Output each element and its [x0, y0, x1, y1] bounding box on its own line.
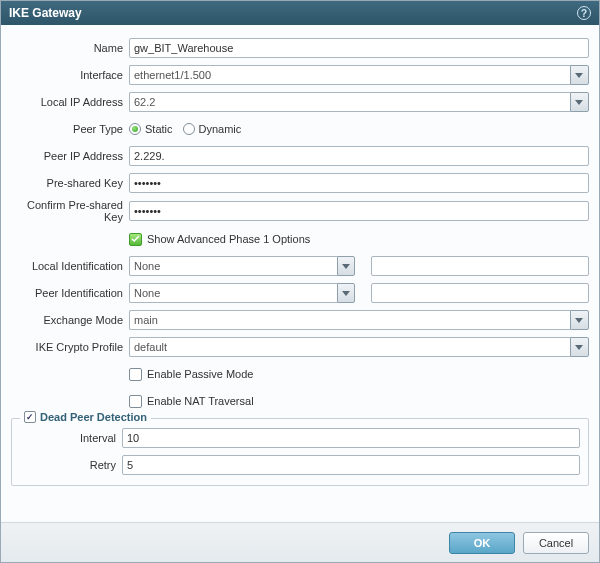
label-local-id: Local Identification: [11, 260, 129, 272]
label-psk: Pre-shared Key: [11, 177, 129, 189]
local-id-value-input[interactable]: [371, 256, 589, 276]
local-ip-dropdown-button[interactable]: [570, 92, 589, 112]
peer-id-dropdown-button[interactable]: [337, 283, 355, 303]
interval-input[interactable]: [122, 428, 580, 448]
local-ip-combo[interactable]: [129, 92, 589, 112]
cancel-button[interactable]: Cancel: [523, 532, 589, 554]
label-exchange-mode: Exchange Mode: [11, 314, 129, 326]
enable-passive-label: Enable Passive Mode: [147, 368, 253, 380]
label-local-ip: Local IP Address: [11, 96, 129, 108]
peer-type-dynamic-label: Dynamic: [199, 123, 242, 135]
exchange-mode-dropdown-button[interactable]: [570, 310, 589, 330]
local-id-combo[interactable]: [129, 256, 355, 276]
retry-input[interactable]: [122, 455, 580, 475]
dpd-enable-checkbox[interactable]: [24, 411, 36, 423]
exchange-mode-input[interactable]: [129, 310, 570, 330]
checkbox-icon: [129, 395, 142, 408]
peer-id-value-input[interactable]: [371, 283, 589, 303]
dialog-content: Name Interface Local IP Address: [1, 25, 599, 522]
peer-id-combo[interactable]: [129, 283, 355, 303]
label-retry: Retry: [20, 459, 122, 471]
peer-type-static-radio[interactable]: Static: [129, 123, 173, 135]
dpd-legend: Dead Peer Detection: [20, 411, 151, 423]
ike-profile-dropdown-button[interactable]: [570, 337, 589, 357]
psk-input[interactable]: [129, 173, 589, 193]
checkbox-icon: [129, 233, 142, 246]
enable-nat-checkbox[interactable]: Enable NAT Traversal: [129, 395, 254, 408]
dialog-title: IKE Gateway: [9, 6, 82, 20]
radio-icon: [129, 123, 141, 135]
label-name: Name: [11, 42, 129, 54]
label-interval: Interval: [20, 432, 122, 444]
checkbox-icon: [129, 368, 142, 381]
label-ike-profile: IKE Crypto Profile: [11, 341, 129, 353]
ike-gateway-dialog: IKE Gateway ? Name Interface: [0, 0, 600, 563]
help-icon[interactable]: ?: [577, 6, 591, 20]
local-id-input[interactable]: [129, 256, 337, 276]
dialog-footer: OK Cancel: [1, 522, 599, 562]
ike-profile-input[interactable]: [129, 337, 570, 357]
interface-dropdown-button[interactable]: [570, 65, 589, 85]
label-peer-id: Peer Identification: [11, 287, 129, 299]
local-ip-input[interactable]: [129, 92, 570, 112]
ike-profile-combo[interactable]: [129, 337, 589, 357]
label-psk-confirm: Confirm Pre-shared Key: [11, 199, 129, 223]
local-id-dropdown-button[interactable]: [337, 256, 355, 276]
enable-nat-label: Enable NAT Traversal: [147, 395, 254, 407]
peer-id-input[interactable]: [129, 283, 337, 303]
label-interface: Interface: [11, 69, 129, 81]
interface-input[interactable]: [129, 65, 570, 85]
dpd-label: Dead Peer Detection: [40, 411, 147, 423]
titlebar: IKE Gateway ?: [1, 1, 599, 25]
interface-combo[interactable]: [129, 65, 589, 85]
enable-passive-checkbox[interactable]: Enable Passive Mode: [129, 368, 253, 381]
name-input[interactable]: [129, 38, 589, 58]
ok-button[interactable]: OK: [449, 532, 515, 554]
label-peer-ip: Peer IP Address: [11, 150, 129, 162]
show-advanced-label: Show Advanced Phase 1 Options: [147, 233, 310, 245]
show-advanced-checkbox[interactable]: Show Advanced Phase 1 Options: [129, 233, 310, 246]
dpd-fieldset: Dead Peer Detection Interval Retry: [11, 418, 589, 486]
peer-type-static-label: Static: [145, 123, 173, 135]
peer-type-dynamic-radio[interactable]: Dynamic: [183, 123, 242, 135]
exchange-mode-combo[interactable]: [129, 310, 589, 330]
peer-ip-input[interactable]: [129, 146, 589, 166]
psk-confirm-input[interactable]: [129, 201, 589, 221]
label-peer-type: Peer Type: [11, 123, 129, 135]
radio-icon: [183, 123, 195, 135]
